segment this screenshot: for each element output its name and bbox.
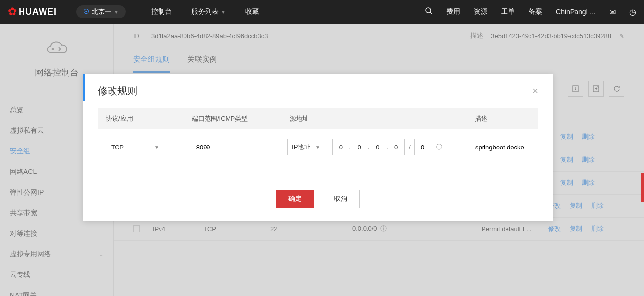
slash: / [409,144,411,151]
ip-octet: 0 [339,144,343,151]
svg-point-0 [426,8,431,13]
modal-accent [83,74,85,101]
protocol-value: TCP [111,144,124,151]
clock-icon[interactable]: ◷ [629,7,636,17]
close-icon[interactable]: × [532,85,538,97]
mh-proto: 协议/应用 [106,114,192,123]
cancel-button[interactable]: 取消 [322,190,360,208]
ip-address-input[interactable]: 0. 0. 0. 0 [332,139,405,155]
chevron-down-icon: ▼ [114,9,119,15]
port-input[interactable] [191,139,269,155]
mail-icon[interactable]: ✉ [609,7,616,17]
ip-octet: 0 [358,144,361,151]
huawei-icon: ✿ [8,5,17,18]
nav-user[interactable]: ChinPangL... [556,8,596,16]
mh-src: 源地址 [290,114,475,123]
nav-services[interactable]: 服务列表 ▼ [191,7,226,16]
modal-header: 修改规则 × [83,74,553,108]
chevron-down-icon: ▼ [154,145,159,150]
help-icon[interactable]: ⓘ [436,143,442,151]
brand-text: HUAWEI [19,7,57,17]
modify-rule-dialog: 修改规则 × 协议/应用 端口范围/ICMP类型 源地址 描述 TCP ▼ IP… [83,74,553,221]
nav-services-label: 服务列表 [191,7,219,16]
source-type-select[interactable]: IP地址 ▼ [287,139,324,155]
modal-footer: 确定 取消 [83,180,553,221]
chevron-down-icon: ▼ [315,145,320,150]
mh-desc: 描述 [475,114,530,123]
ip-octet: 0 [376,144,379,151]
nav-ticket[interactable]: 工单 [501,7,515,16]
mh-port: 端口范围/ICMP类型 [192,114,290,123]
nav-links: 控制台 服务列表 ▼ 收藏 [151,7,259,16]
ip-octet: 0 [394,144,398,151]
protocol-select[interactable]: TCP ▼ [106,139,164,155]
region-selector[interactable]: ⦿ 北京一 ▼ [76,5,126,18]
right-side-tab[interactable] [641,173,644,202]
nav-fee[interactable]: 费用 [446,7,460,16]
ok-button[interactable]: 确定 [276,190,314,208]
search-icon[interactable] [425,7,433,17]
pin-icon: ⦿ [83,8,89,15]
mask-input[interactable] [414,139,431,155]
nav-console[interactable]: 控制台 [151,7,172,16]
source-type-value: IP地址 [292,143,310,151]
top-header: ✿ HUAWEI ⦿ 北京一 ▼ 控制台 服务列表 ▼ 收藏 费用 资源 工单 … [0,0,644,24]
modal-table-header: 协议/应用 端口范围/ICMP类型 源地址 描述 [98,108,538,129]
nav-resource[interactable]: 资源 [474,7,487,16]
chevron-down-icon: ▼ [221,9,226,15]
logo[interactable]: ✿ HUAWEI [8,5,57,18]
svg-line-1 [430,12,432,14]
nav-favorites[interactable]: 收藏 [245,7,259,16]
modal-title: 修改规则 [98,84,137,98]
modal-body: 协议/应用 端口范围/ICMP类型 源地址 描述 TCP ▼ IP地址 ▼ [83,108,553,180]
region-label: 北京一 [92,7,111,16]
modal-row: TCP ▼ IP地址 ▼ 0. 0. 0. 0 / [98,129,538,165]
description-input[interactable] [470,139,530,155]
top-right: 费用 资源 工单 备案 ChinPangL... ✉ ◷ [425,7,636,17]
nav-beian[interactable]: 备案 [529,7,542,16]
